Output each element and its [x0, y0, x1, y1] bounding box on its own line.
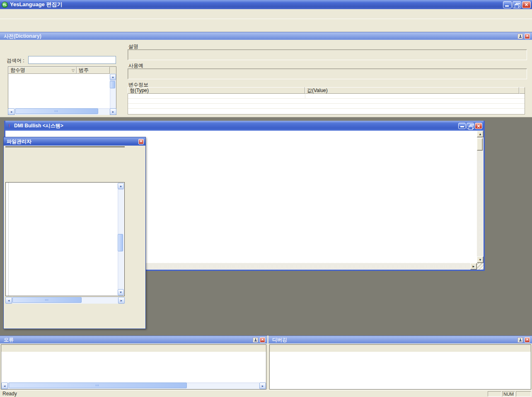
function-name-header-label: 함수명	[10, 67, 25, 74]
dictionary-panel-titlebar: 사전(Dictionary)	[0, 32, 532, 40]
scroll-thumb[interactable]	[110, 81, 115, 88]
scroll-left-icon[interactable]: ◄	[1, 382, 8, 389]
num-lock-indicator: NUM	[502, 391, 515, 397]
window-title: YesLanguage 편집기	[10, 1, 62, 8]
scroll-up-icon[interactable]: ▲	[477, 131, 484, 137]
tree-vscrollbar[interactable]: ▲ ▼	[118, 183, 124, 295]
dictionary-panel: 검색어 : 함수명 ▽ 범주 ▲ ▼ ◄ ► 설명 사용예 변수정보 형(Typ…	[0, 40, 532, 117]
pin-icon[interactable]	[517, 34, 523, 39]
scroll-right-icon[interactable]: ►	[470, 263, 477, 270]
scroll-right-icon[interactable]: ►	[259, 382, 266, 389]
file-manager-actions	[125, 146, 145, 329]
minimize-button[interactable]	[458, 123, 466, 129]
scroll-up-icon[interactable]: ▲	[118, 183, 124, 189]
type-header[interactable]: 형(Type)	[128, 87, 305, 94]
file-tree: ▲ ▼	[5, 182, 125, 296]
search-input[interactable]	[28, 56, 116, 64]
scroll-track[interactable]	[8, 382, 259, 389]
varinfo-header: 형(Type) 값(Value)	[128, 87, 525, 94]
description-box	[128, 49, 527, 60]
close-icon[interactable]	[525, 337, 530, 343]
editor-vscrollbar[interactable]: ▲ ▼	[477, 131, 484, 263]
menu-bar	[0, 9, 532, 19]
varinfo-extra-header	[519, 87, 525, 94]
scroll-right-icon[interactable]: ►	[118, 297, 125, 304]
scroll-thumb[interactable]	[477, 138, 483, 151]
debug-panel-titlebar: 디버깅	[268, 336, 532, 343]
category-buttons	[5, 146, 125, 147]
close-icon[interactable]	[260, 337, 265, 343]
title-bar: YL YesLanguage 편집기	[0, 0, 532, 9]
value-header[interactable]: 값(Value)	[305, 87, 519, 94]
mdi-workspace: ↑↓ DMI Bullish <시스템> ▲ ▼ ◄ ►	[0, 117, 532, 336]
dictionary-panel-title: 사전(Dictionary)	[4, 33, 41, 40]
scroll-left-icon[interactable]: ◄	[5, 297, 12, 304]
status-message: Ready	[2, 391, 17, 397]
updown-arrows-icon: ↑↓	[8, 123, 11, 129]
restore-button[interactable]	[513, 1, 521, 8]
resize-grip[interactable]	[477, 263, 484, 270]
scroll-thumb[interactable]	[12, 297, 82, 303]
scroll-down-icon[interactable]: ▼	[477, 256, 484, 263]
minimize-button[interactable]	[503, 1, 512, 8]
close-button[interactable]	[475, 123, 482, 129]
error-panel: 오류 ◄ ►	[0, 336, 267, 390]
error-list-header	[1, 345, 266, 352]
close-button[interactable]	[522, 1, 531, 8]
close-icon[interactable]	[525, 34, 530, 39]
scroll-down-icon[interactable]: ▼	[118, 289, 124, 295]
scroll-track[interactable]	[110, 80, 116, 108]
editor-window-title: DMI Bullish <시스템>	[14, 122, 63, 129]
toolbar	[0, 19, 532, 32]
debug-panel-title: 디버깅	[272, 336, 287, 343]
pin-icon[interactable]	[253, 337, 258, 343]
scroll-thumb[interactable]	[15, 108, 98, 114]
function-name-header[interactable]: 함수명 ▽	[8, 67, 77, 74]
error-hscrollbar[interactable]: ◄ ►	[1, 382, 266, 389]
file-manager-titlebar[interactable]: 파일관리자	[4, 137, 145, 146]
category-header[interactable]: 범주	[77, 67, 110, 74]
scroll-up-icon[interactable]: ▲	[110, 74, 116, 80]
varinfo-body	[128, 94, 525, 114]
restore-button[interactable]	[467, 123, 474, 129]
pin-icon[interactable]	[517, 337, 523, 343]
scroll-track[interactable]	[15, 108, 110, 115]
usage-box	[128, 68, 527, 79]
scroll-thumb[interactable]	[9, 382, 187, 388]
scroll-track[interactable]	[12, 297, 118, 304]
scroll-track[interactable]	[477, 137, 484, 256]
status-cell	[516, 391, 531, 397]
debug-panel: 디버깅	[268, 336, 532, 390]
debug-list	[269, 344, 531, 390]
scroll-left-icon[interactable]: ◄	[8, 108, 15, 115]
status-bar: Ready NUM	[0, 390, 532, 397]
scroll-thumb[interactable]	[118, 234, 123, 251]
editor-window-titlebar[interactable]: ↑↓ DMI Bullish <시스템>	[5, 121, 484, 131]
tree-guide-line	[8, 183, 9, 296]
error-panel-titlebar: 오류	[0, 336, 267, 343]
error-list: ◄ ►	[1, 344, 266, 390]
status-cell	[488, 391, 501, 397]
app-logo-icon: YL	[2, 2, 8, 8]
tree-hscrollbar[interactable]: ◄ ►	[5, 297, 125, 304]
close-icon[interactable]	[138, 139, 144, 144]
error-panel-title: 오류	[4, 336, 14, 343]
function-table: 함수명 ▽ 범주 ▲ ▼	[8, 66, 116, 115]
file-manager-title: 파일관리자	[7, 138, 31, 145]
function-list	[8, 74, 110, 107]
function-list-hscrollbar[interactable]: ◄ ►	[8, 108, 116, 115]
debug-list-header	[270, 345, 531, 352]
search-label: 검색어 :	[7, 57, 24, 64]
scroll-right-icon[interactable]: ►	[110, 108, 116, 115]
scroll-track[interactable]	[118, 189, 124, 289]
sort-desc-icon: ▽	[72, 68, 75, 73]
file-manager-window: 파일관리자 ▲ ▼ ◄ ►	[3, 137, 146, 329]
